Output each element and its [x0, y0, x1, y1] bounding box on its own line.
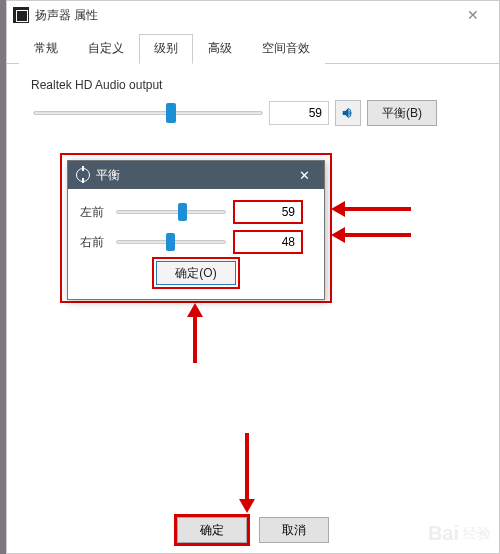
volume-slider[interactable] [33, 102, 263, 124]
footer-buttons: 确定 取消 [7, 517, 499, 543]
speaker-properties-window: 扬声器 属性 ✕ 常规 自定义 级别 高级 空间音效 Realtek HD Au… [6, 0, 500, 554]
watermark: Bai 经验 [428, 522, 491, 545]
speaker-icon [13, 7, 29, 23]
right-front-slider[interactable] [116, 232, 226, 252]
balance-button[interactable]: 平衡(B) [367, 100, 437, 126]
tab-custom[interactable]: 自定义 [73, 34, 139, 64]
window-title: 扬声器 属性 [35, 7, 453, 24]
dialog-ok-button[interactable]: 确定(O) [156, 261, 235, 285]
tab-advanced[interactable]: 高级 [193, 34, 247, 64]
dialog-close-button[interactable]: ✕ [292, 168, 316, 183]
window-close-button[interactable]: ✕ [453, 1, 493, 29]
tab-spatial[interactable]: 空间音效 [247, 34, 325, 64]
slider-track [33, 111, 263, 115]
titlebar[interactable]: 扬声器 属性 ✕ [7, 1, 499, 29]
balance-icon [76, 168, 90, 182]
watermark-brand: Bai [428, 522, 459, 545]
annotation-arrow-right-value [331, 227, 411, 243]
right-front-value[interactable]: 48 [234, 231, 302, 253]
slider-thumb[interactable] [166, 103, 176, 123]
volume-value[interactable]: 59 [269, 101, 329, 125]
slider-track [116, 210, 226, 214]
annotation-arrow-left-value [331, 201, 411, 217]
watermark-suffix: 经验 [463, 525, 491, 543]
dialog-body: 左前 59 右前 48 确定(O) [68, 189, 324, 299]
slider-thumb[interactable] [166, 233, 175, 251]
balance-row-right: 右前 48 [80, 231, 312, 253]
device-name-label: Realtek HD Audio output [31, 78, 483, 92]
dialog-titlebar[interactable]: 平衡 ✕ [68, 161, 324, 189]
annotation-arrow-dialog-ok [187, 303, 203, 363]
cancel-button[interactable]: 取消 [259, 517, 329, 543]
right-front-label: 右前 [80, 234, 116, 251]
balance-row-left: 左前 59 [80, 201, 312, 223]
volume-row: 59 平衡(B) [33, 100, 483, 126]
annotation-arrow-footer-ok [239, 433, 255, 513]
left-front-slider[interactable] [116, 202, 226, 222]
left-front-label: 左前 [80, 204, 116, 221]
dialog-title: 平衡 [96, 167, 292, 184]
tab-level[interactable]: 级别 [139, 34, 193, 64]
speaker-volume-icon [340, 105, 356, 121]
tab-content: Realtek HD Audio output 59 平衡(B) [7, 64, 499, 140]
dialog-ok-row: 确定(O) [80, 261, 312, 285]
tab-strip: 常规 自定义 级别 高级 空间音效 [7, 33, 499, 64]
ok-button[interactable]: 确定 [177, 517, 247, 543]
balance-dialog: 平衡 ✕ 左前 59 右前 48 确定(O) [67, 160, 325, 300]
mute-toggle-button[interactable] [335, 100, 361, 126]
slider-thumb[interactable] [178, 203, 187, 221]
left-front-value[interactable]: 59 [234, 201, 302, 223]
tab-general[interactable]: 常规 [19, 34, 73, 64]
